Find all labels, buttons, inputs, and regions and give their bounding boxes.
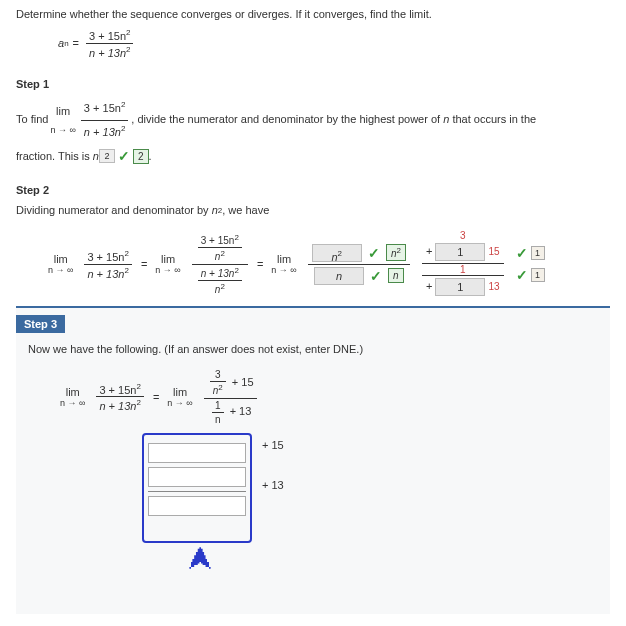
exponent-answer[interactable]: 2 (99, 149, 115, 163)
sketch-input-3[interactable] (148, 496, 246, 516)
sketch-box (142, 433, 252, 543)
step2-result-fraction: 3 + 1 15 1 + 1 13 (422, 230, 504, 298)
num-plus-box[interactable]: 1 (435, 243, 485, 261)
arrow-up-icon: ⮝ (188, 543, 598, 574)
step1-heading: Step 1 (16, 78, 610, 90)
lim-expr-2b: lim n → ∞ (155, 253, 180, 275)
step2-text: Dividing numerator and denominator by (16, 204, 209, 216)
check-icon: ✓ (516, 267, 528, 283)
step3-heading: Step 3 (16, 315, 65, 333)
step-3: Step 3 Now we have the following. (If an… (16, 306, 610, 613)
sequence-definition: a n = 3 + 15n2 n + 13n2 (58, 28, 136, 58)
step-2: Step 2 Dividing numerator and denominato… (16, 184, 610, 298)
step2-after: , we have (222, 204, 269, 216)
den-hint: n (388, 268, 404, 283)
sketch-annotation: + 15 + 13 ⮝ (148, 433, 598, 574)
lim-expr-3b: lim n → ∞ (167, 386, 192, 408)
exponent-hint: 2 (133, 149, 149, 164)
step1-before: To find (16, 110, 48, 130)
sketch-labels: + 15 + 13 (262, 439, 284, 491)
step2-frac-b: 3 + 15n2 n2 n + 13n2 n2 (192, 233, 248, 295)
step3-frac-a: 3 + 15n2 n + 13n2 (96, 382, 143, 412)
check-icon: ✓ (368, 245, 380, 261)
sketch-input-2[interactable] (148, 467, 246, 487)
lim-expr-3a: lim n → ∞ (60, 386, 85, 408)
step2-answer-fraction: n2 ✓ n2 n ✓ n (308, 242, 410, 287)
check-icon: ✓ (370, 268, 382, 284)
den-plus-box[interactable]: 1 (435, 278, 485, 296)
divider (148, 491, 246, 492)
num-hint: n2 (386, 244, 406, 261)
step1-after2: fraction. This is (16, 150, 90, 162)
step2-frac-a: 3 + 15n2 n + 13n2 (84, 249, 131, 279)
hint-box: 1 (531, 246, 545, 260)
lim-expr: lim n → ∞ (50, 102, 75, 138)
seq-sub: n (64, 39, 68, 48)
statement-text: Determine whether the sequence converges… (16, 8, 610, 20)
equals: = (73, 37, 79, 49)
step3-text: Now we have the following. (If an answer… (28, 343, 598, 355)
num-answer-box[interactable]: n2 (312, 244, 362, 262)
hint-box: 1 (531, 268, 545, 282)
check-icon: ✓ (118, 148, 130, 164)
step3-frac-b: 3 n2 + 15 1 n + 13 (204, 369, 257, 424)
step-1: Step 1 To find lim n → ∞ 3 + 15n2 n + 13… (16, 78, 610, 164)
sequence-fraction: 3 + 15n2 n + 13n2 (86, 28, 133, 58)
lim-expr-2c: lim n → ∞ (271, 253, 296, 275)
problem-statement: Determine whether the sequence converges… (16, 8, 610, 58)
check-icon: ✓ (516, 245, 528, 261)
step1-fraction: 3 + 15n2 n + 13n2 (81, 98, 128, 142)
sketch-input-1[interactable] (148, 443, 246, 463)
step1-mid: , divide the numerator and denominator b… (131, 110, 440, 130)
step2-heading: Step 2 (16, 184, 610, 196)
den-answer-box[interactable]: n (314, 267, 364, 285)
lim-expr-2a: lim n → ∞ (48, 253, 73, 275)
step1-after1: that occurs in the (452, 110, 536, 130)
